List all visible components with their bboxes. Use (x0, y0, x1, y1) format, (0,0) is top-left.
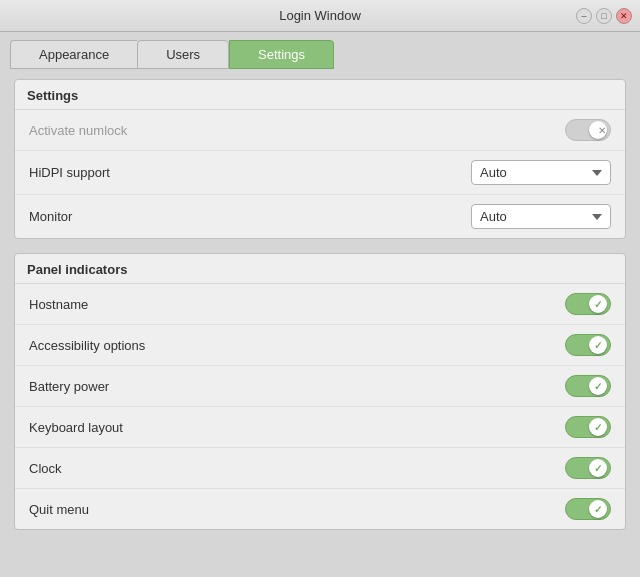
quit-menu-label: Quit menu (29, 502, 89, 517)
battery-label: Battery power (29, 379, 109, 394)
minimize-button[interactable]: – (576, 8, 592, 24)
activate-numlock-label: Activate numlock (29, 123, 127, 138)
keyboard-layout-label: Keyboard layout (29, 420, 123, 435)
hidpi-support-dropdown[interactable]: Auto On Off (471, 160, 611, 185)
hidpi-support-label: HiDPI support (29, 165, 110, 180)
window-title: Login Window (279, 8, 361, 23)
hostname-label: Hostname (29, 297, 88, 312)
accessibility-toggle[interactable] (565, 334, 611, 356)
clock-label: Clock (29, 461, 62, 476)
restore-button[interactable]: □ (596, 8, 612, 24)
battery-toggle[interactable] (565, 375, 611, 397)
clock-toggle-knob (589, 459, 607, 477)
activate-numlock-toggle[interactable]: ✕ (565, 119, 611, 141)
accessibility-label: Accessibility options (29, 338, 145, 353)
activate-numlock-row: Activate numlock ✕ (15, 110, 625, 151)
panel-indicators-section: Panel indicators Hostname Accessibility … (14, 253, 626, 530)
tab-settings[interactable]: Settings (229, 40, 334, 69)
clock-toggle[interactable] (565, 457, 611, 479)
toggle-off-icon: ✕ (598, 125, 606, 136)
quit-menu-toggle[interactable] (565, 498, 611, 520)
keyboard-layout-toggle-knob (589, 418, 607, 436)
window-controls: – □ ✕ (576, 8, 632, 24)
hostname-toggle[interactable] (565, 293, 611, 315)
keyboard-layout-toggle[interactable] (565, 416, 611, 438)
accessibility-row: Accessibility options (15, 325, 625, 366)
tab-appearance[interactable]: Appearance (10, 40, 137, 69)
settings-section: Settings Activate numlock ✕ HiDPI suppor… (14, 79, 626, 239)
tab-bar: Appearance Users Settings (0, 32, 640, 69)
settings-section-title: Settings (15, 80, 625, 110)
hidpi-support-row: HiDPI support Auto On Off (15, 151, 625, 195)
keyboard-layout-row: Keyboard layout (15, 407, 625, 448)
battery-toggle-knob (589, 377, 607, 395)
monitor-row: Monitor Auto (15, 195, 625, 238)
battery-row: Battery power (15, 366, 625, 407)
tab-users[interactable]: Users (137, 40, 229, 69)
monitor-dropdown[interactable]: Auto (471, 204, 611, 229)
titlebar: Login Window – □ ✕ (0, 0, 640, 32)
close-button[interactable]: ✕ (616, 8, 632, 24)
clock-row: Clock (15, 448, 625, 489)
main-content: Settings Activate numlock ✕ HiDPI suppor… (0, 69, 640, 558)
hostname-toggle-knob (589, 295, 607, 313)
quit-menu-row: Quit menu (15, 489, 625, 529)
accessibility-toggle-knob (589, 336, 607, 354)
monitor-label: Monitor (29, 209, 72, 224)
panel-indicators-title: Panel indicators (15, 254, 625, 284)
quit-menu-toggle-knob (589, 500, 607, 518)
hostname-row: Hostname (15, 284, 625, 325)
